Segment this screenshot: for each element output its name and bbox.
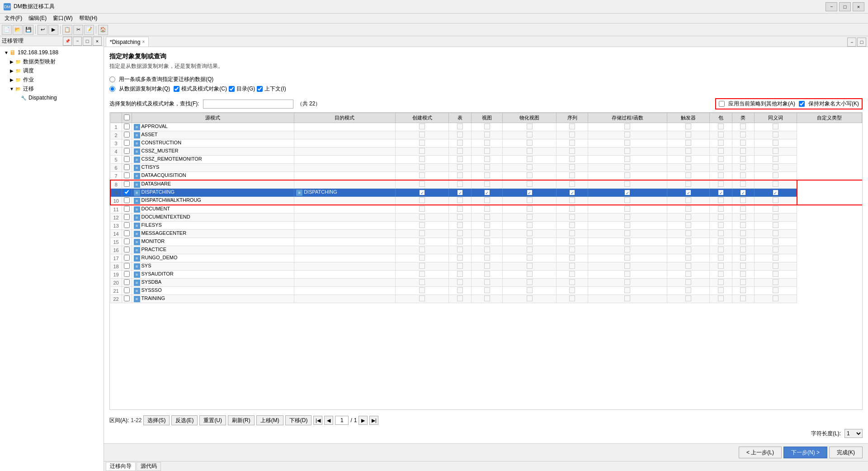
cell-col-0[interactable] (395, 222, 449, 230)
cell-col-9[interactable] (755, 123, 797, 131)
checkbox-mode[interactable] (174, 86, 179, 92)
tab-close-icon[interactable]: × (142, 39, 145, 44)
cell-col-9[interactable] (755, 279, 797, 287)
cell-col-1[interactable] (449, 147, 471, 156)
tree-item-datatype[interactable]: ▶ 📁 数据类型映射 (0, 57, 104, 66)
table-row[interactable]: 4≡CSSZ_MUSTER (110, 147, 862, 156)
cell-col-4[interactable] (557, 279, 588, 287)
cell-col-0[interactable] (395, 180, 449, 189)
cell-col-1[interactable] (449, 172, 471, 181)
cell-col-0[interactable] (395, 295, 449, 303)
cell-col-7[interactable]: ✓ (710, 189, 732, 197)
row-checkbox[interactable] (124, 132, 130, 138)
cell-checkbox[interactable] (122, 214, 132, 222)
row-checkbox[interactable] (124, 271, 130, 277)
cell-col-1[interactable] (449, 254, 471, 262)
cell-col-8[interactable] (732, 147, 754, 156)
tree-item-server[interactable]: ▼ 🖥 192.168.199.188 (0, 48, 104, 57)
checkbox-apply-label[interactable]: 应用当前策略到其他对象(A) (728, 100, 795, 108)
cell-col-6[interactable] (667, 147, 710, 156)
cell-col-2[interactable] (471, 279, 503, 287)
cell-col-4[interactable] (557, 254, 588, 262)
cell-col-0[interactable] (395, 197, 449, 205)
table-row[interactable]: 20≡SYSDBA (110, 279, 862, 287)
tab-max-btn[interactable]: □ (857, 38, 866, 47)
cell-col-4[interactable] (557, 139, 588, 147)
cell-col-5[interactable]: ✓ (588, 189, 667, 197)
cell-col-4[interactable] (557, 197, 588, 205)
table-row[interactable]: 10≡DISPATCHWALKTHROUG (110, 197, 862, 205)
row-checkbox[interactable] (124, 148, 130, 154)
cell-col-9[interactable] (755, 295, 797, 303)
cell-col-3[interactable] (503, 271, 557, 279)
cell-col-7[interactable] (710, 230, 732, 238)
cell-col-7[interactable] (710, 254, 732, 262)
cell-col-7[interactable] (710, 246, 732, 254)
cell-col-1[interactable] (449, 246, 471, 254)
cell-col-2[interactable] (471, 123, 503, 131)
cell-col-8[interactable] (732, 230, 754, 238)
row-checkbox[interactable] (124, 247, 130, 252)
cell-col-6[interactable] (667, 123, 710, 131)
cell-col-6[interactable] (667, 214, 710, 222)
cell-col-6[interactable] (667, 197, 710, 205)
cell-col-9[interactable] (755, 271, 797, 279)
toolbar-save[interactable]: 💾 (24, 25, 33, 35)
row-checkbox[interactable] (124, 230, 130, 236)
cell-col-1[interactable] (449, 271, 471, 279)
toolbar-btn-3[interactable]: 📋 (62, 25, 72, 35)
table-row[interactable]: 6≡CTISYS (110, 164, 862, 172)
cell-col-8[interactable] (732, 279, 754, 287)
cell-col-5[interactable] (588, 254, 667, 262)
cell-col-9[interactable] (755, 139, 797, 147)
cell-col-6[interactable] (667, 131, 710, 139)
cell-col-2[interactable] (471, 164, 503, 172)
cell-col-9[interactable] (755, 164, 797, 172)
cell-col-3[interactable] (503, 279, 557, 287)
menu-file[interactable]: 文件(F) (2, 14, 25, 23)
cell-col-7[interactable] (710, 123, 732, 131)
table-row[interactable]: 1≡APPROVAL (110, 123, 862, 131)
cell-col-7[interactable] (710, 214, 732, 222)
row-checkbox[interactable] (124, 156, 130, 162)
cell-col-2[interactable] (471, 222, 503, 230)
cell-col-2[interactable]: ✓ (471, 189, 503, 197)
cell-col-2[interactable] (471, 262, 503, 271)
btn-next[interactable]: 下一步(N) > (783, 447, 827, 458)
table-row[interactable]: 11≡DOCUMENT (110, 205, 862, 214)
cell-col-3[interactable] (503, 246, 557, 254)
cell-col-2[interactable] (471, 287, 503, 295)
cell-col-3[interactable] (503, 205, 557, 214)
cell-checkbox[interactable] (122, 189, 132, 197)
cell-col-8[interactable] (732, 271, 754, 279)
cell-col-0[interactable] (395, 271, 449, 279)
row-checkbox[interactable] (124, 181, 130, 187)
cell-col-9[interactable] (755, 180, 797, 189)
cell-col-3[interactable] (503, 295, 557, 303)
cell-checkbox[interactable] (122, 164, 132, 172)
tab-dispatching[interactable]: *Dispatching × (106, 37, 149, 47)
cell-col-9[interactable] (755, 262, 797, 271)
sidebar-btn-1[interactable]: 📌 (63, 37, 72, 46)
cell-col-1[interactable] (449, 238, 471, 246)
cell-col-9[interactable] (755, 147, 797, 156)
cell-col-7[interactable] (710, 139, 732, 147)
cell-col-2[interactable] (471, 147, 503, 156)
checkbox-keep-case-label[interactable]: 保持对象名大小写(K) (808, 100, 859, 108)
cell-col-7[interactable] (710, 197, 732, 205)
cell-col-7[interactable] (710, 287, 732, 295)
tree-toggle-migration[interactable]: ▼ (9, 86, 14, 91)
checkbox-apply[interactable] (719, 101, 725, 107)
cell-col-8[interactable] (732, 238, 754, 246)
row-checkbox[interactable] (124, 124, 130, 129)
row-checkbox[interactable] (124, 197, 130, 203)
checkbox-keep-case[interactable] (799, 101, 805, 107)
table-row[interactable]: 2≡ASSET (110, 131, 862, 139)
cell-col-6[interactable] (667, 279, 710, 287)
tree-toggle-datatype[interactable]: ▶ (9, 59, 14, 64)
cell-col-6[interactable] (667, 205, 710, 214)
cell-col-4[interactable] (557, 156, 588, 164)
cell-col-4[interactable] (557, 222, 588, 230)
cell-col-2[interactable] (471, 254, 503, 262)
cell-col-2[interactable] (471, 246, 503, 254)
